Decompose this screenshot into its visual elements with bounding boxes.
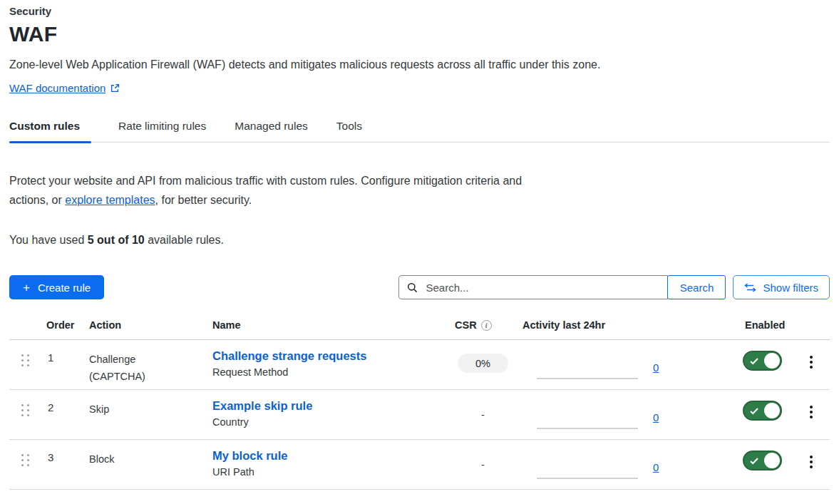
- external-link-icon: [110, 83, 120, 93]
- enabled-toggle[interactable]: [743, 451, 782, 470]
- rule-name-link[interactable]: Example skip rule: [212, 399, 312, 413]
- rule-name-cell: Example skip rule Country: [207, 399, 449, 439]
- rule-name-link[interactable]: My block rule: [212, 449, 287, 463]
- activity-sparkline: [537, 378, 638, 379]
- col-header-order: Order: [41, 319, 83, 331]
- col-header-action: Action: [83, 319, 207, 331]
- col-header-name: Name: [207, 319, 449, 331]
- search-icon: [407, 282, 418, 293]
- toolbar-spacer: [104, 275, 398, 299]
- rule-order: 1: [41, 349, 83, 389]
- row-menu-button[interactable]: [805, 451, 817, 489]
- menu-cell: [792, 449, 830, 489]
- enabled-toggle[interactable]: [743, 401, 782, 421]
- show-filters-button[interactable]: Show filters: [733, 275, 830, 299]
- action-line1: Challenge: [89, 351, 207, 368]
- enabled-cell: [731, 349, 792, 389]
- rule-field: URI Path: [212, 466, 449, 478]
- rule-action: Block: [83, 449, 207, 489]
- activity-sparkline: [537, 428, 638, 429]
- usage-text: You have used 5 out of 10 available rule…: [9, 234, 830, 247]
- usage-prefix: You have used: [9, 234, 88, 246]
- create-rule-label: Create rule: [38, 282, 91, 294]
- csr-cell: -: [449, 399, 517, 439]
- csr-cell: -: [449, 449, 517, 489]
- rule-name-link[interactable]: Challenge strange requests: [212, 349, 366, 363]
- drag-handle-icon[interactable]: [21, 404, 41, 416]
- drag-handle-icon[interactable]: [21, 354, 41, 366]
- rule-name-cell: Challenge strange requests Request Metho…: [207, 349, 449, 389]
- search-button[interactable]: Search: [667, 275, 726, 299]
- col-header-activity: Activity last 24hr: [517, 319, 731, 331]
- action-line1: Block: [89, 451, 207, 468]
- row-menu-button[interactable]: [805, 401, 817, 439]
- action-line2: (CAPTCHA): [89, 368, 207, 385]
- csr-badge: 0%: [458, 354, 508, 373]
- toggle-knob: [764, 403, 780, 418]
- rule-order: 3: [41, 449, 83, 489]
- row-menu-button[interactable]: [805, 351, 817, 389]
- enabled-cell: [731, 449, 792, 489]
- drag-handle-icon[interactable]: [21, 454, 41, 466]
- waf-documentation-link[interactable]: WAF documentation: [9, 82, 105, 94]
- rules-toolbar: + Create rule Search Show filters: [9, 275, 830, 299]
- explore-templates-link[interactable]: explore templates: [65, 194, 155, 206]
- search-input[interactable]: [424, 281, 659, 294]
- page-description: Zone-level Web Application Firewall (WAF…: [9, 58, 830, 71]
- usage-count: 5 out of 10: [88, 234, 145, 246]
- rule-action: Skip: [83, 399, 207, 439]
- activity-count-link[interactable]: 0: [653, 461, 659, 473]
- tab-tools[interactable]: Tools: [336, 120, 364, 142]
- csr-cell: 0%: [449, 349, 517, 389]
- table-row: 2 Skip Example skip rule Country - 0: [9, 390, 830, 440]
- enabled-toggle[interactable]: [743, 351, 782, 371]
- csr-label: CSR: [455, 319, 477, 331]
- tab-custom-rules[interactable]: Custom rules: [9, 120, 91, 142]
- usage-suffix: available rules.: [145, 234, 224, 246]
- col-header-enabled: Enabled: [731, 319, 792, 331]
- tab-managed-rules[interactable]: Managed rules: [235, 120, 309, 142]
- menu-cell: [792, 349, 830, 389]
- plus-icon: +: [23, 282, 30, 294]
- intro-text: Protect your website and API from malici…: [9, 171, 542, 210]
- activity-count-link[interactable]: 0: [653, 361, 659, 374]
- toggle-knob: [764, 453, 780, 468]
- csr-empty: -: [481, 403, 485, 439]
- toggle-knob: [764, 353, 780, 369]
- rule-name-cell: My block rule URI Path: [207, 449, 449, 489]
- table-row: 1 Challenge (CAPTCHA) Challenge strange …: [9, 340, 830, 390]
- tab-rate-limiting-rules[interactable]: Rate limiting rules: [118, 120, 207, 142]
- rule-action: Challenge (CAPTCHA): [83, 349, 207, 389]
- menu-cell: [792, 399, 830, 439]
- intro-after: , for better security.: [155, 194, 252, 206]
- action-line1: Skip: [89, 401, 207, 418]
- activity-cell: 0: [517, 349, 731, 389]
- info-icon[interactable]: i: [481, 320, 492, 331]
- table-header-row: Order Action Name CSR i Activity last 24…: [9, 319, 830, 340]
- rule-field: Request Method: [212, 366, 449, 378]
- show-filters-label: Show filters: [763, 282, 818, 294]
- table-row: 3 Block My block rule URI Path - 0: [9, 440, 830, 490]
- tab-bar: Custom rules Rate limiting rules Managed…: [9, 120, 830, 143]
- doc-link-row: WAF documentation: [9, 82, 830, 94]
- rules-table: Order Action Name CSR i Activity last 24…: [9, 319, 830, 490]
- activity-cell: 0: [517, 449, 731, 489]
- col-header-csr: CSR i: [449, 319, 517, 331]
- filters-arrows-icon: [744, 283, 756, 292]
- csr-empty: -: [481, 453, 485, 489]
- create-rule-button[interactable]: + Create rule: [9, 275, 104, 299]
- rule-field: Country: [212, 416, 449, 428]
- activity-cell: 0: [517, 399, 731, 439]
- page-title: WAF: [9, 22, 830, 46]
- search-box: [398, 275, 668, 299]
- activity-count-link[interactable]: 0: [653, 411, 659, 423]
- waf-page: Security WAF Zone-level Web Application …: [0, 0, 839, 490]
- breadcrumb-security: Security: [9, 0, 830, 17]
- activity-sparkline: [537, 478, 638, 479]
- enabled-cell: [731, 399, 792, 439]
- rule-order: 2: [41, 399, 83, 439]
